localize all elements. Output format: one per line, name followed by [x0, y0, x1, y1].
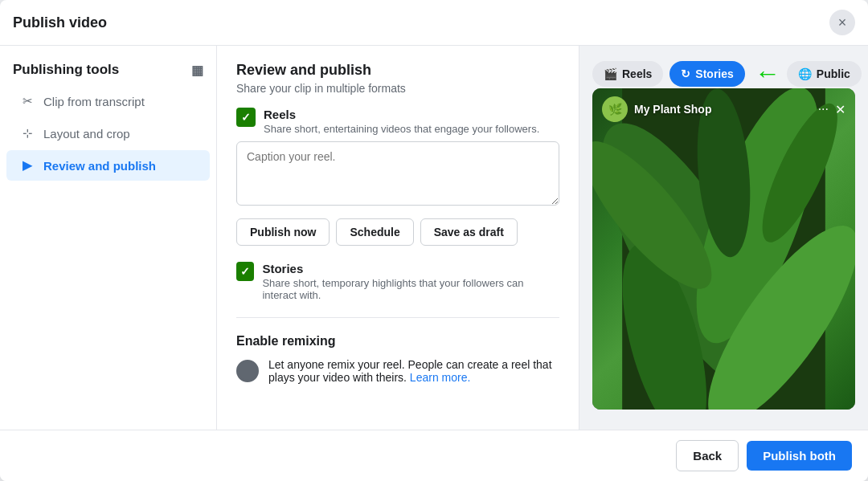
remixing-row: Let anyone remix your reel. People can c… — [236, 358, 559, 384]
stories-card: ✓ Stories Share short, temporary highlig… — [236, 262, 559, 301]
video-header: 🌿 My Plant Shop ··· ✕ — [592, 88, 855, 130]
remixing-title: Enable remixing — [236, 334, 559, 349]
reels-checkbox-row: ✓ Reels Share short, entertaining videos… — [236, 108, 559, 135]
publish-both-button[interactable]: Publish both — [747, 441, 852, 471]
stories-checkbox-row: ✓ Stories Share short, temporary highlig… — [236, 262, 559, 301]
modal-title: Publish video — [13, 14, 107, 31]
section-subtitle: Share your clip in multiple formats — [236, 82, 559, 95]
save-draft-button[interactable]: Save as draft — [420, 218, 518, 246]
publish-video-modal: Publish video × Publishing tools ▦ ✂ Cli… — [0, 0, 868, 481]
arrow-indicator: ← — [755, 59, 780, 88]
reels-checkbox[interactable]: ✓ — [236, 108, 256, 127]
tab-reels[interactable]: 🎬 Reels — [592, 61, 663, 87]
sidebar: Publishing tools ▦ ✂ Clip from transcrip… — [0, 46, 217, 430]
sidebar-item-review[interactable]: ▶ Review and publish — [6, 150, 210, 181]
globe-icon: 🌐 — [798, 67, 812, 80]
video-user: 🌿 My Plant Shop — [602, 96, 711, 122]
video-controls: ··· ✕ — [818, 102, 845, 117]
reels-card: ✓ Reels Share short, entertaining videos… — [236, 108, 559, 246]
stories-label-group: Stories Share short, temporary highlight… — [262, 262, 559, 301]
avatar: 🌿 — [602, 96, 628, 122]
reels-tab-icon: 🎬 — [604, 67, 617, 80]
stories-tab-icon: ↻ — [681, 67, 690, 80]
caption-textarea[interactable] — [236, 141, 559, 206]
user-name: My Plant Shop — [634, 103, 711, 116]
sidebar-section-title: Publishing tools ▦ — [0, 55, 216, 84]
reels-label-group: Reels Share short, entertaining videos t… — [264, 108, 539, 135]
learn-more-link[interactable]: Learn more. — [410, 371, 470, 384]
main-content: Review and publish Share your clip in mu… — [217, 46, 579, 430]
tab-stories[interactable]: ↻ Stories — [669, 61, 744, 87]
plant-background-svg — [592, 88, 855, 410]
sidebar-item-layout[interactable]: ⊹ Layout and crop — [6, 118, 210, 149]
schedule-button[interactable]: Schedule — [336, 218, 413, 246]
back-button[interactable]: Back — [676, 440, 739, 471]
preview-tabs-row: 🎬 Reels ↻ Stories ← 🌐 Public — [592, 59, 855, 88]
grid-icon: ▦ — [191, 63, 203, 78]
close-video-icon[interactable]: ✕ — [835, 102, 845, 117]
video-preview: 🌿 My Plant Shop ··· ✕ See More — [592, 88, 855, 410]
layout-icon: ⊹ — [19, 126, 35, 141]
stories-desc: Share short, temporary highlights that y… — [262, 277, 559, 301]
scissors-icon: ✂ — [19, 94, 35, 108]
publish-now-button[interactable]: Publish now — [236, 218, 330, 246]
checkmark-icon: ✓ — [240, 265, 250, 278]
checkmark-icon: ✓ — [241, 111, 251, 124]
remixing-toggle[interactable] — [236, 360, 259, 382]
remixing-text: Let anyone remix your reel. People can c… — [268, 358, 559, 384]
stories-checkbox[interactable]: ✓ — [236, 262, 254, 281]
sidebar-item-clip[interactable]: ✂ Clip from transcript — [6, 86, 210, 116]
reels-desc: Share short, entertaining videos that en… — [264, 123, 539, 135]
enable-remixing-section: Enable remixing Let anyone remix your re… — [236, 317, 559, 384]
public-button[interactable]: 🌐 Public — [787, 61, 862, 87]
more-options-icon[interactable]: ··· — [818, 102, 829, 116]
stories-label: Stories — [262, 262, 559, 275]
modal-header: Publish video × — [0, 0, 868, 46]
modal-footer: Back Publish both — [0, 430, 868, 481]
close-button[interactable]: × — [829, 10, 855, 35]
play-icon: ▶ — [19, 158, 35, 173]
modal-body: Publishing tools ▦ ✂ Clip from transcrip… — [0, 46, 868, 430]
video-background: 🌿 My Plant Shop ··· ✕ See More — [592, 88, 855, 410]
section-title: Review and publish — [236, 62, 559, 79]
publish-buttons: Publish now Schedule Save as draft — [236, 218, 559, 246]
reels-label: Reels — [264, 108, 539, 121]
preview-panel: 🎬 Reels ↻ Stories ← 🌐 Public — [579, 46, 868, 430]
